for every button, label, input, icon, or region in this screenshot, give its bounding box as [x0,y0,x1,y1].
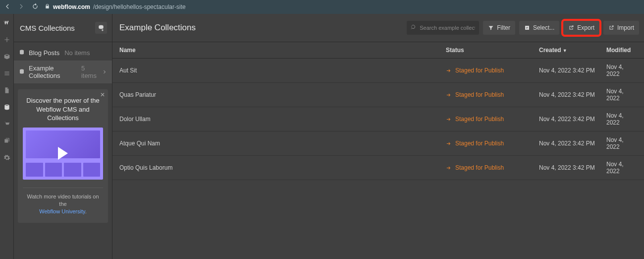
promo-title: Discover the power of the Webflow CMS an… [23,96,103,123]
table-row[interactable]: Quas PariaturStaged for PublishNov 4, 20… [112,83,644,107]
assets-icon[interactable] [3,137,11,145]
cart-icon[interactable] [3,120,11,128]
collection-list: Blog Posts No items Example Collections … [14,42,112,83]
box-icon[interactable] [3,53,11,61]
col-created[interactable]: Created▼ [539,47,606,54]
add-icon[interactable] [3,36,11,44]
promo-link[interactable]: Webflow University [39,208,85,214]
cell-created: Nov 4, 2022 3:42 PM [539,67,606,74]
cell-status: Staged for Publish [446,91,539,98]
arrow-right-icon [446,92,451,98]
table-row[interactable]: Aut SitStaged for PublishNov 4, 2022 3:4… [112,59,644,83]
cell-created: Nov 4, 2022 3:42 PM [539,116,606,123]
forward-icon[interactable] [18,3,25,11]
cell-status: Staged for Publish [446,164,539,171]
import-button[interactable]: Import [603,21,639,35]
add-collection-button[interactable] [95,22,107,34]
cell-status: Staged for Publish [446,116,539,123]
cell-modified: Nov 4, 2022 [606,64,637,77]
col-status[interactable]: Status [446,47,539,54]
cms-icon[interactable] [3,103,11,111]
url-host: webflow.com [53,3,90,10]
cell-name: Dolor Ullam [119,116,446,123]
export-button[interactable]: Export [563,21,599,35]
table-row[interactable]: Dolor UllamStaged for PublishNov 4, 2022… [112,107,644,131]
table-row[interactable]: Optio Quis LaborumStaged for PublishNov … [112,156,644,180]
cell-modified: Nov 4, 2022 [606,112,637,126]
sort-desc-icon: ▼ [563,48,567,53]
collection-label: Blog Posts [29,49,59,57]
cell-name: Aut Sit [119,67,446,74]
cell-modified: Nov 4, 2022 [606,161,637,175]
promo-video-thumb[interactable] [23,128,103,180]
page-title: Example Collections [119,23,196,33]
main-header: Example Collections Filter Select... Exp… [112,14,644,42]
cell-status: Staged for Publish [446,67,539,74]
main-panel: Example Collections Filter Select... Exp… [112,14,644,259]
table-row[interactable]: Atque Qui NamStaged for PublishNov 4, 20… [112,131,644,156]
arrow-right-icon [446,141,451,146]
left-panel-header: CMS Collections [14,14,112,42]
col-name[interactable]: Name [119,47,446,54]
table-body: Aut SitStaged for PublishNov 4, 2022 3:4… [112,59,644,180]
settings-icon[interactable] [3,154,11,162]
cell-modified: Nov 4, 2022 [606,88,637,102]
close-icon[interactable]: ✕ [100,91,105,98]
back-icon[interactable] [4,3,11,11]
collection-item-blog-posts[interactable]: Blog Posts No items [14,45,112,61]
list-icon[interactable] [3,69,11,77]
left-icon-rail [0,14,14,259]
promo-footer: Watch more video tutorials on the Webflo… [23,193,103,216]
arrow-right-icon [446,165,451,171]
left-panel: CMS Collections Blog Posts No items Exam… [14,14,112,259]
chevron-right-icon [102,68,107,76]
browser-bar: webflow.com/design/hellohellos-spectacul… [0,0,644,14]
cell-created: Nov 4, 2022 3:42 PM [539,164,606,171]
left-panel-title: CMS Collections [20,24,75,32]
cell-name: Atque Qui Nam [119,140,446,147]
search-input[interactable] [420,25,475,31]
cell-created: Nov 4, 2022 3:42 PM [539,91,606,98]
collection-label: Example Collections [29,65,76,79]
url-path: /design/hellohellos-spectacular-site [93,3,186,10]
filter-button[interactable]: Filter [483,21,515,35]
webflow-logo-icon[interactable] [3,19,11,27]
promo-card: ✕ Discover the power of the Webflow CMS … [18,89,108,223]
select-button[interactable]: Select... [519,21,559,35]
cell-name: Quas Pariatur [119,91,446,98]
search-box[interactable] [407,21,479,35]
reload-icon[interactable] [32,3,39,11]
search-icon [411,24,417,32]
arrow-right-icon [446,117,451,122]
database-icon [19,49,25,57]
collection-count: No items [64,49,90,57]
cell-modified: Nov 4, 2022 [606,136,637,150]
cell-status: Staged for Publish [446,140,539,147]
page-icon[interactable] [3,86,11,94]
url-bar[interactable]: webflow.com/design/hellohellos-spectacul… [45,3,186,10]
arrow-right-icon [446,68,451,73]
database-icon [19,68,25,76]
lock-icon [45,3,50,10]
col-modified[interactable]: Modified [606,47,637,54]
cell-name: Optio Quis Laborum [119,164,446,171]
collection-item-example-collections[interactable]: Example Collections 5 items [14,61,112,83]
play-icon [58,147,68,160]
cell-created: Nov 4, 2022 3:42 PM [539,140,606,147]
table-header: Name Status Created▼ Modified [112,42,644,59]
collection-count: 5 items [81,65,98,79]
